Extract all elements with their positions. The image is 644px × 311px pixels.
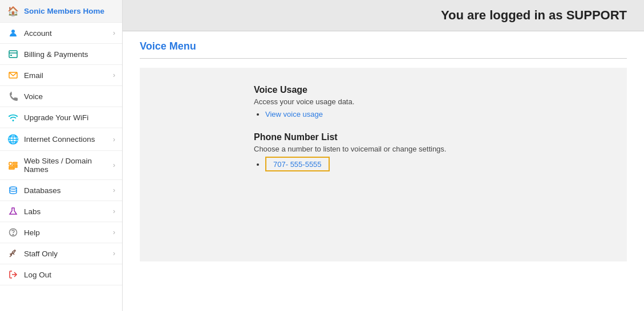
websites-icon — [7, 161, 19, 170]
sidebar-item-label: Billing & Payments — [24, 50, 115, 59]
sidebar-item-label: Voice — [24, 92, 115, 101]
svg-rect-1 — [9, 51, 17, 58]
sidebar-item-label: Internet Connections — [24, 135, 113, 144]
email-icon — [7, 71, 19, 80]
main-content: You are logged in as SUPPORT Voice Menu … — [123, 0, 644, 311]
sidebar-item-label: Log Out — [24, 271, 115, 279]
sidebar-item-help[interactable]: Help › — [0, 222, 122, 243]
sidebar-item-email[interactable]: Email › — [0, 65, 122, 86]
svg-point-0 — [11, 30, 15, 33]
sidebar-item-label: Sonic Members Home — [24, 7, 115, 15]
sidebar-item-label: Labs — [24, 207, 113, 216]
svg-point-10 — [10, 187, 17, 189]
sidebar-item-account[interactable]: Account › — [0, 23, 122, 44]
chevron-icon: › — [113, 186, 115, 194]
voice-usage-desc: Access your voice usage data. — [254, 97, 604, 106]
sidebar: 🏠 Sonic Members Home Account › Billing &… — [0, 0, 123, 311]
svg-rect-8 — [9, 166, 17, 167]
logged-in-title: You are logged in as SUPPORT — [140, 8, 627, 23]
phone-number-link[interactable]: 707- 555-5555 — [273, 160, 322, 169]
voice-usage-title: Voice Usage — [254, 85, 604, 95]
phone-number-desc: Choose a number to listen to voicemail o… — [254, 145, 604, 153]
account-icon — [7, 28, 19, 38]
phone-number-list: 707- 555-5555 — [254, 157, 604, 171]
sidebar-item-databases[interactable]: Databases › — [0, 180, 122, 201]
help-icon — [7, 228, 19, 237]
sidebar-item-label: Account — [24, 29, 113, 38]
chevron-icon: › — [113, 161, 115, 169]
phone-link-box: 707- 555-5555 — [265, 157, 330, 171]
phone-number-section: Phone Number List Choose a number to lis… — [254, 132, 604, 171]
labs-icon — [7, 207, 19, 216]
home-icon: 🏠 — [7, 6, 19, 17]
header-bar: You are logged in as SUPPORT — [123, 0, 644, 31]
page-title: Voice Menu — [140, 31, 627, 58]
svg-rect-6 — [13, 162, 17, 163]
voice-usage-section: Voice Usage Access your voice usage data… — [254, 85, 604, 118]
chevron-icon: › — [113, 136, 115, 144]
chevron-icon: › — [113, 207, 115, 215]
view-voice-usage-item: View voice usage — [265, 109, 604, 118]
voice-usage-list: View voice usage — [254, 109, 604, 118]
sidebar-item-sonic-members-home[interactable]: 🏠 Sonic Members Home — [0, 0, 122, 23]
staff-icon — [7, 249, 19, 258]
sidebar-item-staff-only[interactable]: Staff Only › — [0, 243, 122, 264]
chevron-icon: › — [113, 71, 115, 79]
sidebar-item-label: Staff Only — [24, 249, 113, 258]
page-content: Voice Menu Voice Usage Access your voice… — [123, 31, 644, 261]
voice-icon — [7, 92, 19, 101]
sidebar-item-label: Upgrade Your WiFi — [24, 113, 115, 122]
svg-point-13 — [13, 234, 13, 235]
internet-icon: 🌐 — [7, 134, 19, 145]
view-voice-usage-link[interactable]: View voice usage — [265, 110, 323, 118]
chevron-icon: › — [113, 228, 115, 236]
sidebar-item-upgrade-wifi[interactable]: Upgrade Your WiFi — [0, 107, 122, 128]
svg-rect-5 — [9, 162, 12, 165]
sidebar-item-label: Web Sites / Domain Names — [24, 157, 113, 174]
content-box: Voice Usage Access your voice usage data… — [140, 68, 627, 261]
billing-icon — [7, 50, 19, 59]
sidebar-item-label: Email — [24, 71, 113, 80]
sidebar-item-label: Help — [24, 228, 113, 237]
svg-rect-9 — [9, 168, 14, 169]
sidebar-item-web-sites[interactable]: Web Sites / Domain Names › — [0, 151, 122, 180]
chevron-icon: › — [113, 29, 115, 37]
phone-number-title: Phone Number List — [254, 132, 604, 142]
sidebar-item-label: Databases — [24, 186, 113, 195]
sidebar-item-labs[interactable]: Labs › — [0, 201, 122, 222]
sidebar-item-log-out[interactable]: Log Out — [0, 264, 122, 285]
chevron-icon: › — [113, 249, 115, 257]
svg-rect-3 — [10, 55, 12, 56]
sidebar-item-voice[interactable]: Voice — [0, 86, 122, 107]
wifi-icon — [7, 113, 19, 122]
databases-icon — [7, 186, 19, 195]
logout-icon — [7, 270, 19, 279]
phone-number-item: 707- 555-5555 — [265, 157, 604, 171]
divider — [140, 58, 627, 59]
sidebar-item-billing-payments[interactable]: Billing & Payments — [0, 44, 122, 65]
sidebar-item-internet-connections[interactable]: 🌐 Internet Connections › — [0, 128, 122, 151]
svg-rect-7 — [13, 165, 17, 166]
